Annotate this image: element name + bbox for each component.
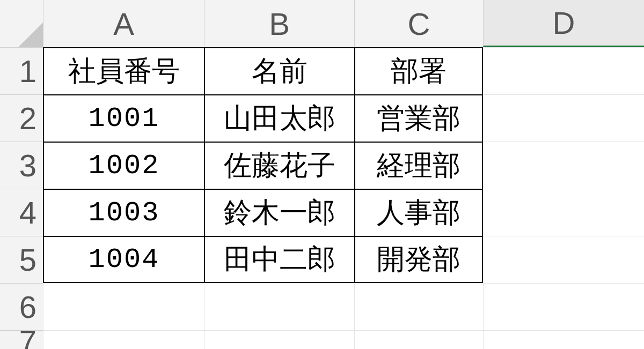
spreadsheet-grid: A B C D 1 社員番号 名前 部署 2 1001 山田太郎 営業部 3 1… [0, 0, 644, 349]
cell-c3[interactable]: 経理部 [354, 142, 483, 189]
column-header-a[interactable]: A [43, 0, 204, 47]
row-header-2[interactable]: 2 [0, 94, 43, 142]
cell-b1[interactable]: 名前 [204, 47, 354, 94]
cell-d6[interactable] [483, 283, 644, 330]
cell-d5[interactable] [483, 236, 644, 283]
cell-c4[interactable]: 人事部 [354, 189, 483, 236]
cell-a6[interactable] [43, 283, 204, 330]
cell-d4[interactable] [483, 189, 644, 236]
row-header-1[interactable]: 1 [0, 47, 43, 94]
cell-b2[interactable]: 山田太郎 [204, 94, 354, 142]
column-header-d[interactable]: D [483, 0, 644, 47]
cell-c6[interactable] [354, 283, 483, 330]
cell-a1[interactable]: 社員番号 [43, 47, 204, 94]
cell-a5[interactable]: 1004 [43, 236, 204, 283]
cell-b6[interactable] [204, 283, 354, 330]
cell-c1[interactable]: 部署 [354, 47, 483, 94]
column-header-b[interactable]: B [204, 0, 354, 47]
row-header-5[interactable]: 5 [0, 236, 43, 283]
cell-c2[interactable]: 営業部 [354, 94, 483, 142]
cell-a2[interactable]: 1001 [43, 94, 204, 142]
cell-d3[interactable] [483, 142, 644, 189]
cell-c7[interactable] [354, 330, 483, 349]
cell-d1[interactable] [483, 47, 644, 94]
select-all-corner[interactable] [0, 0, 43, 47]
cell-a3[interactable]: 1002 [43, 142, 204, 189]
row-header-7[interactable]: 7 [0, 330, 43, 349]
cell-d2[interactable] [483, 94, 644, 142]
cell-b4[interactable]: 鈴木一郎 [204, 189, 354, 236]
cell-a7[interactable] [43, 330, 204, 349]
cell-d7[interactable] [483, 330, 644, 349]
cell-c5[interactable]: 開発部 [354, 236, 483, 283]
cell-b5[interactable]: 田中二郎 [204, 236, 354, 283]
cell-a4[interactable]: 1003 [43, 189, 204, 236]
row-header-3[interactable]: 3 [0, 142, 43, 189]
cell-b3[interactable]: 佐藤花子 [204, 142, 354, 189]
row-header-4[interactable]: 4 [0, 189, 43, 236]
cell-b7[interactable] [204, 330, 354, 349]
column-header-c[interactable]: C [354, 0, 483, 47]
select-all-triangle-icon [18, 23, 43, 47]
